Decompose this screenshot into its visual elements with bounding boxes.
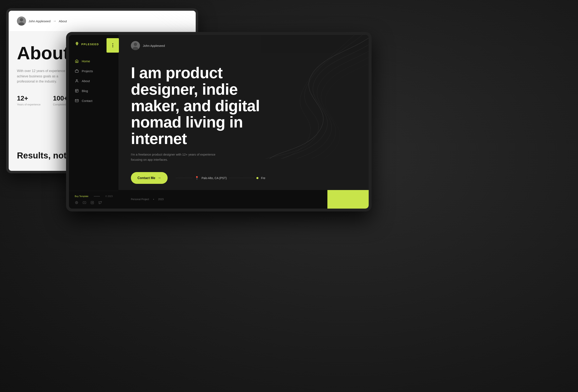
logo-icon <box>75 42 79 47</box>
stat-experience-number: 12+ <box>17 94 41 102</box>
buy-template-link[interactable]: Buy Template <box>75 195 88 197</box>
envelope-icon <box>75 99 79 103</box>
svg-point-19 <box>76 202 77 203</box>
stat-experience: 12+ Years of experience <box>17 94 41 106</box>
location-text: Palo Alto, CA (PST) <box>201 176 227 180</box>
svg-line-5 <box>169 11 196 27</box>
instagram-icon[interactable] <box>91 201 94 205</box>
sidebar-projects-label: Projects <box>82 69 93 73</box>
device-front-screen: PPLESEED ⋮ Home <box>69 35 369 209</box>
dotted-separator-2 <box>229 178 254 178</box>
dotted-separator-1 <box>176 178 193 178</box>
sidebar-nav: Home Projects <box>69 52 118 191</box>
sidebar-footer-top: Buy Template © 2023 <box>75 195 113 197</box>
main-user-name: John Appleseed <box>143 44 165 47</box>
back-page-name: About <box>59 19 67 23</box>
svg-point-18 <box>75 201 78 204</box>
social-icons-row <box>75 201 113 205</box>
sidebar-about-label: About <box>82 79 90 83</box>
status-text: Fre <box>261 176 265 180</box>
hero-section: I am product designer, indie maker, and … <box>118 56 369 190</box>
svg-point-22 <box>92 202 93 203</box>
sidebar-item-blog[interactable]: Blog <box>69 86 118 96</box>
menu-dots-icon: ⋮ <box>110 43 115 48</box>
svg-line-3 <box>161 11 196 36</box>
svg-line-6 <box>173 11 196 23</box>
sidebar-footer: Buy Template © 2023 <box>69 191 118 209</box>
back-breadcrumb-arrow: → <box>53 19 56 23</box>
svg-rect-15 <box>75 89 78 92</box>
user-icon <box>75 79 79 83</box>
footer-dots <box>94 196 100 197</box>
status-indicator <box>256 177 258 179</box>
sidebar-item-home[interactable]: Home <box>69 56 118 66</box>
contact-me-button[interactable]: Contact Me → <box>131 172 168 184</box>
hero-location-area: 📍 Palo Alto, CA (PST) Fre <box>176 176 265 180</box>
youtube-icon[interactable] <box>83 201 86 205</box>
sidebar-home-label: Home <box>82 59 90 63</box>
sidebar-contact-label: Contact <box>82 99 93 103</box>
social-icon-circle[interactable] <box>75 201 78 205</box>
hero-subtext: I'm a freelance product designer with 12… <box>131 152 222 162</box>
main-topbar: John Appleseed <box>118 35 369 56</box>
briefcase-icon <box>75 69 79 73</box>
bottom-year: 2023 <box>158 198 164 201</box>
bottom-right-accent <box>327 190 369 209</box>
book-icon <box>75 89 79 93</box>
twitter-icon[interactable] <box>98 201 102 205</box>
main-content: John Appleseed I am product designer, in… <box>118 35 369 209</box>
contact-btn-arrow: → <box>157 176 161 180</box>
svg-marker-20 <box>84 202 85 203</box>
svg-rect-21 <box>91 201 94 204</box>
sidebar-item-projects[interactable]: Projects <box>69 66 118 76</box>
hero-text-block: I am product designer, indie maker, and … <box>131 65 356 162</box>
bottom-project-tag: Personal Project <box>131 198 149 201</box>
main-avatar <box>131 41 140 50</box>
home-icon <box>75 59 79 63</box>
footer-copyright: © 2023 <box>105 195 113 197</box>
svg-point-11 <box>20 18 23 21</box>
logo-text: PPLESEED <box>81 43 99 46</box>
sidebar-item-contact[interactable]: Contact <box>69 96 118 106</box>
bottom-strip: Personal Project 2023 <box>118 190 369 209</box>
hero-headline: I am product designer, indie maker, and … <box>131 65 288 147</box>
back-user-name: John Appleseed <box>29 19 50 23</box>
location-pin-icon: 📍 <box>195 176 199 180</box>
back-avatar <box>17 16 26 26</box>
sidebar: PPLESEED ⋮ Home <box>69 35 118 209</box>
sidebar-blog-label: Blog <box>82 89 88 93</box>
svg-rect-13 <box>75 70 78 72</box>
hero-bottom-row: Contact Me → 📍 Palo Alto, CA (PST) Fre <box>131 172 356 184</box>
bottom-dot-separator <box>153 199 154 200</box>
svg-point-14 <box>76 80 77 81</box>
svg-line-8 <box>181 11 196 15</box>
contact-btn-label: Contact Me <box>138 176 155 180</box>
device-front: PPLESEED ⋮ Home <box>66 32 372 212</box>
sidebar-item-about[interactable]: About <box>69 76 118 86</box>
stat-experience-label: Years of experience <box>17 103 41 106</box>
svg-line-7 <box>177 11 196 19</box>
back-description: With over 12 years of experience to achi… <box>17 68 71 84</box>
sidebar-menu-button[interactable]: ⋮ <box>106 38 119 53</box>
svg-point-25 <box>134 43 137 46</box>
